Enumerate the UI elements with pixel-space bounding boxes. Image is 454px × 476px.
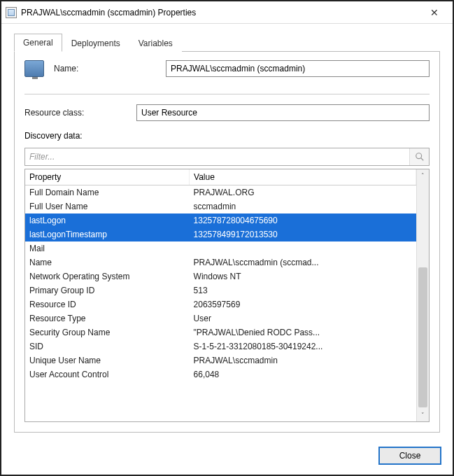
table-row[interactable]: NamePRAJWAL\sccmadmin (sccmad... — [25, 255, 416, 270]
scroll-up-icon[interactable]: ˄ — [417, 169, 429, 182]
property-cell: Network Operating System — [25, 270, 190, 284]
value-cell: 2063597569 — [190, 298, 416, 312]
svg-point-0 — [416, 153, 421, 159]
vertical-scrollbar[interactable]: ˄ ˅ — [416, 169, 429, 421]
tab-deployments[interactable]: Deployments — [62, 34, 129, 52]
filter-wrap — [24, 148, 430, 166]
table-row[interactable]: lastLogon132578728004675690 — [25, 214, 416, 227]
property-cell: lastLogonTimestamp — [25, 227, 190, 241]
value-cell: PRAJWAL\sccmadmin — [190, 354, 416, 368]
scroll-down-icon[interactable]: ˅ — [417, 409, 429, 421]
property-cell: lastLogon — [25, 214, 190, 227]
resource-class-label: Resource class: — [24, 108, 129, 118]
search-icon[interactable] — [409, 148, 429, 165]
scroll-thumb[interactable] — [418, 267, 427, 407]
value-cell: User — [190, 312, 416, 326]
value-cell: 132578728004675690 — [190, 214, 416, 227]
dialog-footer: Close — [1, 440, 453, 475]
titlebar: PRAJWAL\sccmadmin (sccmadmin) Properties… — [1, 1, 453, 24]
grid-body: Property Value Full Domain NamePRAJWAL.O… — [25, 169, 416, 421]
property-cell: Security Group Name — [25, 326, 190, 340]
table-row[interactable]: Network Operating SystemWindows NT — [25, 270, 416, 284]
table-row[interactable]: User Account Control66,048 — [25, 368, 416, 382]
table-row[interactable]: Full Domain NamePRAJWAL.ORG — [25, 186, 416, 200]
window-title: PRAJWAL\sccmadmin (sccmadmin) Properties — [21, 8, 420, 18]
property-cell: User Account Control — [25, 368, 190, 382]
tab-strip: General Deployments Variables — [14, 34, 440, 52]
property-cell: Full Domain Name — [25, 186, 190, 200]
name-value: PRAJWAL\sccmadmin (sccmadmin) — [171, 64, 305, 74]
table-row[interactable]: lastLogonTimestamp132578499172013530 — [25, 227, 416, 241]
value-cell: "PRAJWAL\Denied RODC Pass... — [190, 326, 416, 340]
name-row: Name: PRAJWAL\sccmadmin (sccmadmin) — [24, 60, 430, 77]
discovery-grid: Property Value Full Domain NamePRAJWAL.O… — [24, 169, 430, 422]
table-row[interactable]: Unique User NamePRAJWAL\sccmadmin — [25, 354, 416, 368]
resource-class-value: User Resource — [141, 108, 197, 118]
property-cell: Primary Group ID — [25, 284, 190, 298]
table-row[interactable]: Full User Namesccmadmin — [25, 200, 416, 214]
content-area: General Deployments Variables Name: PRAJ… — [1, 24, 453, 440]
property-cell: SID — [25, 340, 190, 354]
table-row[interactable]: Mail — [25, 241, 416, 255]
property-table: Property Value Full Domain NamePRAJWAL.O… — [25, 169, 416, 382]
monitor-icon — [24, 60, 44, 77]
tab-general[interactable]: General — [14, 34, 62, 52]
close-icon[interactable]: ✕ — [420, 3, 448, 22]
discovery-label: Discovery data: — [24, 131, 430, 141]
property-cell: Resource Type — [25, 312, 190, 326]
divider — [24, 94, 430, 94]
filter-input[interactable] — [25, 148, 409, 165]
table-row[interactable]: Security Group Name"PRAJWAL\Denied RODC … — [25, 326, 416, 340]
value-cell: PRAJWAL.ORG — [190, 186, 416, 200]
property-cell: Full User Name — [25, 200, 190, 214]
close-button[interactable]: Close — [378, 447, 441, 465]
resource-class-value-box: User Resource — [136, 104, 430, 121]
table-row[interactable]: Resource ID2063597569 — [25, 298, 416, 312]
value-cell — [190, 241, 416, 255]
value-cell: 132578499172013530 — [190, 227, 416, 241]
table-row[interactable]: Resource TypeUser — [25, 312, 416, 326]
col-property[interactable]: Property — [25, 169, 190, 186]
name-value-box: PRAJWAL\sccmadmin (sccmadmin) — [166, 60, 430, 77]
table-row[interactable]: SIDS-1-5-21-3312080185-30419242... — [25, 340, 416, 354]
property-cell: Resource ID — [25, 298, 190, 312]
col-value[interactable]: Value — [190, 169, 416, 186]
value-cell: 66,048 — [190, 368, 416, 382]
properties-dialog: PRAJWAL\sccmadmin (sccmadmin) Properties… — [0, 0, 454, 476]
property-cell: Mail — [25, 241, 190, 255]
app-icon — [6, 7, 17, 18]
tab-panel-general: Name: PRAJWAL\sccmadmin (sccmadmin) Reso… — [14, 51, 440, 433]
resource-class-row: Resource class: User Resource — [24, 104, 430, 121]
property-cell: Name — [25, 255, 190, 270]
name-label: Name: — [54, 64, 159, 74]
tab-variables[interactable]: Variables — [129, 34, 182, 52]
svg-line-1 — [420, 158, 423, 161]
value-cell: 513 — [190, 284, 416, 298]
value-cell: PRAJWAL\sccmadmin (sccmad... — [190, 255, 416, 270]
property-cell: Unique User Name — [25, 354, 190, 368]
value-cell: Windows NT — [190, 270, 416, 284]
value-cell: sccmadmin — [190, 200, 416, 214]
table-row[interactable]: Primary Group ID513 — [25, 284, 416, 298]
value-cell: S-1-5-21-3312080185-30419242... — [190, 340, 416, 354]
